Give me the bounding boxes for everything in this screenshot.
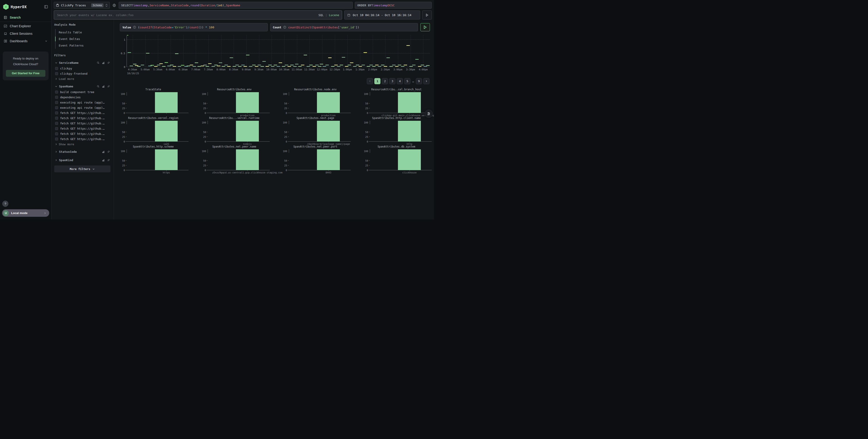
bar[interactable]: [236, 121, 259, 142]
bar[interactable]: [317, 121, 340, 142]
page-3[interactable]: 3: [389, 78, 396, 84]
order-by-editor[interactable]: ORDER BY Timestamp DESC: [355, 2, 432, 9]
mini-bar-chart: ResourceAttributes.node.env10050250produ…: [282, 88, 349, 113]
checkbox[interactable]: [55, 72, 58, 75]
sidebar-item-dashboards[interactable]: Dashboards: [0, 37, 51, 45]
sql-select-editor[interactable]: SELECT Timestamp, ServiceName, StatusCod…: [119, 2, 353, 9]
page-9[interactable]: 9: [416, 78, 422, 84]
bar-chart-icon[interactable]: [102, 85, 105, 88]
next-page-button[interactable]: [423, 78, 430, 84]
y-tick-label: 0: [286, 112, 287, 114]
dash-mark: [157, 65, 160, 65]
bar[interactable]: [155, 92, 178, 113]
checkbox[interactable]: [55, 122, 58, 125]
page-5[interactable]: 5: [404, 78, 410, 84]
checkbox[interactable]: [55, 132, 58, 135]
x-axis-line: [288, 141, 351, 142]
bar-chart-icon[interactable]: [102, 159, 105, 162]
filter-group-header-servicename[interactable]: ServiceName: [54, 60, 111, 66]
analysis-mode-event-deltas[interactable]: Event Deltas: [59, 36, 111, 42]
page-1[interactable]: 1: [374, 78, 380, 84]
bar-chart-icon[interactable]: [102, 150, 105, 153]
filter-option[interactable]: executing api route (app)…: [54, 100, 111, 105]
run-analysis-button[interactable]: [421, 23, 430, 31]
page-2[interactable]: 2: [382, 78, 388, 84]
prev-page-button[interactable]: [367, 78, 373, 84]
bar-chart-icon[interactable]: [102, 61, 105, 64]
local-mode-button[interactable]: U Local mode: [2, 209, 49, 217]
filter-option[interactable]: clickpy-frontend: [54, 71, 111, 76]
x-category-label: https: [163, 171, 170, 174]
sidebar-item-search[interactable]: Search: [0, 13, 51, 21]
source-selector[interactable]: ClickPy Traces Schema: [54, 2, 110, 9]
search-input[interactable]: [57, 13, 318, 17]
bar[interactable]: [236, 149, 259, 170]
sidebar-item-chart-explorer[interactable]: Chart Explorer: [0, 22, 51, 30]
chart-plot-area[interactable]: 00.51: [127, 35, 430, 67]
mini-chart-title: ResourceAttributes.vercel.region: [120, 116, 187, 120]
filter-option[interactable]: fetch GET https://github.…: [54, 131, 111, 137]
bar[interactable]: [155, 121, 178, 142]
count-expression-input[interactable]: Count countDistinct(SpanAttributes['user…: [270, 23, 418, 31]
checkbox[interactable]: [55, 117, 58, 120]
pin-icon[interactable]: [107, 150, 110, 153]
filter-group-header-statuscode[interactable]: StatusCode: [54, 149, 111, 155]
source-icon: [56, 4, 59, 7]
checkbox[interactable]: [55, 127, 58, 130]
show-more-link[interactable]: Show more: [54, 142, 111, 146]
analysis-mode-results-table[interactable]: Results Table: [59, 29, 111, 36]
value-expression-input[interactable]: Value (countIf(StatusCode='Error')/count…: [120, 23, 268, 31]
bar[interactable]: [317, 92, 340, 113]
sidebar-item-client-sessions[interactable]: Client Sessions: [0, 30, 51, 37]
help-button[interactable]: ?: [2, 201, 8, 207]
filter-option[interactable]: dependencies: [54, 95, 111, 100]
chart-settings-fab[interactable]: [425, 110, 433, 118]
filter-group-header-spanname[interactable]: SpanName: [54, 83, 111, 89]
checkbox[interactable]: [55, 112, 58, 114]
bar[interactable]: [155, 149, 178, 170]
bar[interactable]: [398, 92, 421, 113]
filter-option[interactable]: fetch GET https://github.…: [54, 121, 111, 126]
date-range-picker[interactable]: Oct 10 04:16:14 - Oct 10 16:16:14: [344, 10, 420, 20]
bar[interactable]: [398, 149, 421, 170]
get-started-button[interactable]: Get Started for Free: [6, 70, 45, 77]
checkbox[interactable]: [55, 138, 58, 141]
run-search-button[interactable]: [422, 10, 432, 20]
bar[interactable]: [236, 92, 259, 113]
settings-gear-button[interactable]: [112, 3, 117, 8]
dash-mark: [304, 55, 307, 55]
filter-option[interactable]: fetch GET https://github.…: [54, 116, 111, 121]
filter-option[interactable]: fetch GET https://github.…: [54, 126, 111, 131]
filter-option[interactable]: clickpy: [54, 66, 111, 71]
more-filters-button[interactable]: More filters: [54, 166, 111, 172]
collapse-sidebar-button[interactable]: [44, 5, 48, 9]
filter-option[interactable]: fetch GET https://github.…: [54, 110, 111, 116]
y-tick-label: 0: [205, 112, 206, 114]
filter-option[interactable]: fetch GET https://github.…: [54, 137, 111, 142]
pin-icon[interactable]: [107, 85, 110, 88]
load-more-link[interactable]: Load more: [54, 76, 111, 81]
option-label: fetch GET https://github.…: [60, 116, 104, 120]
pin-icon[interactable]: [107, 159, 110, 162]
filter-option[interactable]: build component tree: [54, 89, 111, 95]
schema-badge[interactable]: Schema: [91, 3, 103, 7]
x-axis-line: [369, 170, 432, 170]
analysis-mode-event-patterns[interactable]: Event Patterns: [59, 42, 111, 49]
filter-option[interactable]: executing api route (app)…: [54, 105, 111, 110]
checkbox[interactable]: [55, 96, 58, 99]
checkbox[interactable]: [55, 106, 58, 109]
filter-group-header-spankind[interactable]: SpanKind: [54, 157, 111, 163]
axis-spine: [370, 92, 370, 95]
pin-icon[interactable]: [107, 61, 110, 64]
checkbox[interactable]: [55, 91, 58, 93]
search-icon[interactable]: [97, 85, 100, 88]
checkbox[interactable]: [55, 101, 58, 104]
dash-mark: [154, 66, 158, 67]
bar[interactable]: [317, 149, 340, 170]
bar[interactable]: [398, 121, 421, 142]
page-4[interactable]: 4: [397, 78, 403, 84]
lucene-mode-toggle[interactable]: Lucene: [329, 13, 339, 17]
sql-mode-toggle[interactable]: SQL: [318, 13, 324, 17]
checkbox[interactable]: [55, 67, 58, 70]
search-icon[interactable]: [97, 61, 100, 64]
